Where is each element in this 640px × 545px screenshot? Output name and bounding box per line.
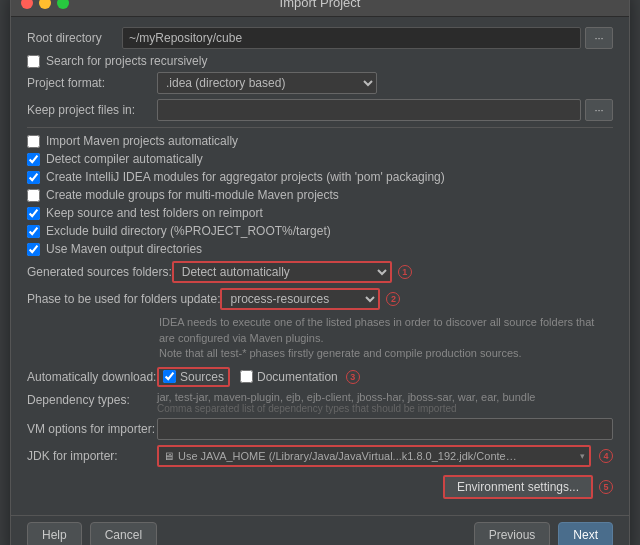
create-groups-checkbox[interactable] (27, 189, 40, 202)
bottom-right-buttons: Previous Next (474, 522, 613, 545)
previous-button[interactable]: Previous (474, 522, 551, 545)
project-format-row: Project format: .idea (directory based) (27, 72, 613, 94)
jdk-dropdown-wrapper: 🖥 Use JAVA_HOME (/Library/Java/JavaVirtu… (157, 445, 591, 467)
phase-update-label: Phase to be used for folders update: (27, 292, 220, 306)
badge-3: 3 (346, 370, 360, 384)
use-maven-output-row: Use Maven output directories (27, 242, 613, 256)
use-maven-output-label: Use Maven output directories (46, 242, 202, 256)
import-maven-checkbox[interactable] (27, 135, 40, 148)
bottom-left-buttons: Help Cancel (27, 522, 157, 545)
keep-project-files-input[interactable] (157, 99, 581, 121)
exclude-build-row: Exclude build directory (%PROJECT_ROOT%/… (27, 224, 613, 238)
jdk-icon: 🖥 (163, 450, 174, 462)
keep-folders-label: Keep source and test folders on reimport (46, 206, 263, 220)
detect-compiler-row: Detect compiler automatically (27, 152, 613, 166)
create-groups-label: Create module groups for multi-module Ma… (46, 188, 339, 202)
badge-4: 4 (599, 449, 613, 463)
import-maven-label: Import Maven projects automatically (46, 134, 238, 148)
root-dir-value: ~/myRepository/cube (122, 27, 581, 49)
root-dir-label: Root directory (27, 31, 122, 45)
auto-download-label: Automatically download: (27, 370, 157, 384)
create-modules-row: Create IntelliJ IDEA modules for aggrega… (27, 170, 613, 184)
help-button[interactable]: Help (27, 522, 82, 545)
project-format-select[interactable]: .idea (directory based) (157, 72, 377, 94)
jdk-value: Use JAVA_HOME (/Library/Java/JavaVirtual… (178, 450, 518, 462)
dependency-types-label: Dependency types: (27, 391, 157, 407)
window-title: Import Project (280, 0, 361, 10)
detect-compiler-label: Detect compiler automatically (46, 152, 203, 166)
vm-options-label: VM options for importer: (27, 422, 157, 436)
bottom-bar: Help Cancel Previous Next (11, 515, 629, 545)
root-dir-browse-button[interactable]: ··· (585, 27, 613, 49)
content-area: Root directory ~/myRepository/cube ··· S… (11, 17, 629, 514)
next-button[interactable]: Next (558, 522, 613, 545)
generated-sources-row: Generated sources folders: Detect automa… (27, 261, 613, 283)
sources-label: Sources (180, 370, 224, 384)
import-maven-row: Import Maven projects automatically (27, 134, 613, 148)
jdk-importer-label: JDK for importer: (27, 449, 157, 463)
badge-1: 1 (398, 265, 412, 279)
generated-sources-label: Generated sources folders: (27, 265, 172, 279)
search-recursively-label: Search for projects recursively (46, 54, 207, 68)
keep-project-files-label: Keep project files in: (27, 103, 157, 117)
close-button[interactable] (21, 0, 33, 9)
jdk-dropdown[interactable]: 🖥 Use JAVA_HOME (/Library/Java/JavaVirtu… (157, 445, 591, 467)
docs-checkbox-wrapper: Documentation (240, 370, 338, 384)
jdk-importer-row: JDK for importer: 🖥 Use JAVA_HOME (/Libr… (27, 445, 613, 467)
maximize-button[interactable] (57, 0, 69, 9)
phase-info: IDEA needs to execute one of the listed … (159, 315, 613, 361)
search-recursively-checkbox[interactable] (27, 55, 40, 68)
create-groups-row: Create module groups for multi-module Ma… (27, 188, 613, 202)
phase-update-row: Phase to be used for folders update: pro… (27, 288, 613, 310)
phase-update-select[interactable]: process-resources (220, 288, 380, 310)
dependency-types-row: Dependency types: jar, test-jar, maven-p… (27, 391, 613, 414)
cancel-button[interactable]: Cancel (90, 522, 157, 545)
search-recursively-row: Search for projects recursively (27, 54, 613, 68)
sources-checkbox-wrapper: Sources (157, 367, 230, 387)
generated-sources-select[interactable]: Detect automatically (172, 261, 392, 283)
minimize-button[interactable] (39, 0, 51, 9)
titlebar-buttons (21, 0, 69, 9)
docs-label: Documentation (257, 370, 338, 384)
sources-checkbox[interactable] (163, 370, 176, 383)
vm-options-row: VM options for importer: (27, 418, 613, 440)
project-format-label: Project format: (27, 76, 157, 90)
jdk-arrow-icon: ▾ (580, 451, 585, 461)
badge-5: 5 (599, 480, 613, 494)
checkboxes-container: Import Maven projects automatically Dete… (27, 134, 613, 256)
keep-folders-checkbox[interactable] (27, 207, 40, 220)
env-btn-row: Environment settings... 5 (27, 475, 613, 499)
dependency-types-value: jar, test-jar, maven-plugin, ejb, ejb-cl… (157, 391, 613, 403)
badge-2: 2 (386, 292, 400, 306)
detect-compiler-checkbox[interactable] (27, 153, 40, 166)
docs-checkbox[interactable] (240, 370, 253, 383)
keep-project-files-row: Keep project files in: ··· (27, 99, 613, 121)
keep-project-files-browse[interactable]: ··· (585, 99, 613, 121)
env-settings-button[interactable]: Environment settings... (443, 475, 593, 499)
exclude-build-label: Exclude build directory (%PROJECT_ROOT%/… (46, 224, 331, 238)
auto-download-row: Automatically download: Sources Document… (27, 367, 613, 387)
dependency-types-content: jar, test-jar, maven-plugin, ejb, ejb-cl… (157, 391, 613, 414)
root-dir-row: Root directory ~/myRepository/cube ··· (27, 27, 613, 49)
create-modules-label: Create IntelliJ IDEA modules for aggrega… (46, 170, 445, 184)
keep-folders-row: Keep source and test folders on reimport (27, 206, 613, 220)
exclude-build-checkbox[interactable] (27, 225, 40, 238)
use-maven-output-checkbox[interactable] (27, 243, 40, 256)
vm-options-input[interactable] (157, 418, 613, 440)
dependency-types-hint: Comma separated list of dependency types… (157, 403, 613, 414)
titlebar: Import Project (11, 0, 629, 17)
import-project-window: Import Project Root directory ~/myReposi… (10, 0, 630, 545)
create-modules-checkbox[interactable] (27, 171, 40, 184)
